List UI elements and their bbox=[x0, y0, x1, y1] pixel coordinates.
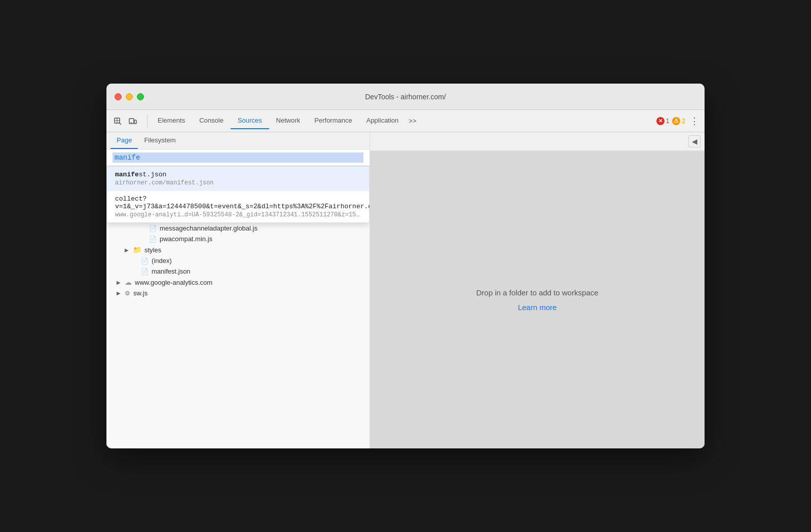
autocomplete-item-collect[interactable]: collect?v=1&_v=j73&a=1244478500&t=event&… bbox=[107, 191, 369, 222]
tab-performance[interactable]: Performance bbox=[307, 112, 359, 129]
autocomplete-dropdown: manifest.json airhorner.com/manifest.jso… bbox=[106, 166, 370, 223]
arrow-styles: ▶ bbox=[125, 247, 133, 253]
tree-item-styles[interactable]: ▶ 📁 styles bbox=[106, 244, 370, 255]
match-prefix: manife bbox=[115, 171, 139, 178]
sub-tabs-wrapper: Page Filesystem manifest.json airhorner.… bbox=[106, 132, 370, 166]
warning-icon: ⚠ bbox=[672, 117, 680, 125]
autocomplete-main-text: manifest.json bbox=[115, 171, 361, 178]
right-top-bar: ◀ bbox=[370, 132, 705, 151]
file-icon-index: 📄 bbox=[141, 257, 149, 264]
title-bar: DevTools - airhorner.com/ bbox=[106, 84, 705, 110]
devtools-window: DevTools - airhorner.com/ bbox=[106, 84, 705, 448]
maximize-button[interactable] bbox=[137, 93, 144, 100]
tree-label-index: (index) bbox=[152, 257, 172, 264]
window-title: DevTools - airhorner.com/ bbox=[365, 93, 446, 101]
folder-icon-styles: 📁 bbox=[133, 246, 141, 254]
tree-label-pwacompat: pwacompat.min.js bbox=[160, 235, 212, 243]
main-tabs: Elements Console Sources Network Perform… bbox=[151, 112, 656, 129]
right-panel: ◀ Drop in a folder to add to workspace L… bbox=[370, 132, 705, 448]
tree-label-sw: sw.js bbox=[133, 289, 148, 297]
warning-count: 2 bbox=[682, 118, 685, 125]
file-icon-pwacompat: 📄 bbox=[149, 236, 157, 243]
warning-badge: ⚠ 2 bbox=[672, 117, 685, 125]
autocomplete-main-text-2: collect?v=1&_v=j73&a=1244478500&t=event&… bbox=[115, 195, 361, 210]
svg-rect-4 bbox=[134, 120, 136, 124]
more-tabs-button[interactable]: >> bbox=[406, 113, 419, 129]
workspace-area: Drop in a folder to add to workspace Lea… bbox=[370, 151, 705, 448]
error-count: 1 bbox=[666, 118, 670, 125]
minimize-button[interactable] bbox=[126, 93, 133, 100]
autocomplete-sub-text-2: www.google-analyti…d=UA-59325548-2&_gid=… bbox=[115, 211, 361, 218]
sub-tab-filesystem[interactable]: Filesystem bbox=[138, 132, 181, 149]
traffic-lights bbox=[115, 93, 144, 100]
file-icon-manifest: 📄 bbox=[141, 268, 149, 275]
autocomplete-sub-text: airhorner.com/manifest.json bbox=[115, 179, 361, 186]
toolbar-icons bbox=[110, 114, 140, 128]
match-suffix: st.json bbox=[139, 171, 167, 178]
tree-label-manifest: manifest.json bbox=[152, 268, 191, 275]
sub-tab-page[interactable]: Page bbox=[110, 132, 138, 149]
tree-item-google-analytics[interactable]: ▶ ☁ www.google-analytics.com bbox=[106, 277, 370, 288]
inspect-element-button[interactable] bbox=[110, 114, 125, 128]
main-toolbar: Elements Console Sources Network Perform… bbox=[106, 110, 705, 132]
autocomplete-item-manifest[interactable]: manifest.json airhorner.com/manifest.jso… bbox=[107, 167, 369, 191]
tree-item-sw[interactable]: ▶ ⚙ sw.js bbox=[106, 288, 370, 298]
tree-label-messagechannel: messagechanneladapter.global.js bbox=[160, 224, 257, 232]
toolbar-right: ✕ 1 ⚠ 2 ⋮ bbox=[656, 115, 701, 127]
tree-item-pwacompat[interactable]: 📄 pwacompat.min.js bbox=[106, 234, 370, 244]
arrow-sw: ▶ bbox=[117, 290, 125, 296]
search-container: manifest.json airhorner.com/manifest.jso… bbox=[106, 149, 370, 166]
gear-icon-sw: ⚙ bbox=[125, 290, 130, 297]
sub-tabs: Page Filesystem bbox=[106, 132, 370, 149]
search-input[interactable] bbox=[113, 153, 363, 163]
tree-label-styles: styles bbox=[144, 246, 161, 254]
close-button[interactable] bbox=[115, 93, 122, 100]
tab-elements[interactable]: Elements bbox=[151, 112, 192, 129]
more-options-button[interactable]: ⋮ bbox=[688, 115, 701, 127]
error-badge: ✕ 1 bbox=[656, 117, 670, 125]
arrow-google-analytics: ▶ bbox=[117, 280, 125, 285]
cloud-icon-google: ☁ bbox=[125, 278, 132, 286]
file-icon-messagechannel: 📄 bbox=[149, 225, 157, 232]
tree-item-messagechannel[interactable]: 📄 messagechanneladapter.global.js bbox=[106, 223, 370, 234]
toolbar-divider bbox=[147, 115, 148, 127]
tab-sources[interactable]: Sources bbox=[231, 112, 269, 129]
collapse-sidebar-button[interactable]: ◀ bbox=[688, 135, 701, 147]
tab-network[interactable]: Network bbox=[269, 112, 308, 129]
workspace-drop-text: Drop in a folder to add to workspace bbox=[476, 288, 599, 297]
device-toggle-button[interactable] bbox=[126, 114, 140, 128]
tree-item-manifest[interactable]: 📄 manifest.json bbox=[106, 266, 370, 277]
error-icon: ✕ bbox=[656, 117, 665, 125]
learn-more-link[interactable]: Learn more bbox=[518, 303, 557, 312]
main-content: Page Filesystem manifest.json airhorner.… bbox=[106, 132, 705, 448]
left-panel: Page Filesystem manifest.json airhorner.… bbox=[106, 132, 370, 448]
tree-item-index[interactable]: 📄 (index) bbox=[106, 255, 370, 266]
tree-label-google-analytics: www.google-analytics.com bbox=[135, 279, 212, 286]
tab-application[interactable]: Application bbox=[359, 112, 406, 129]
tab-console[interactable]: Console bbox=[192, 112, 231, 129]
